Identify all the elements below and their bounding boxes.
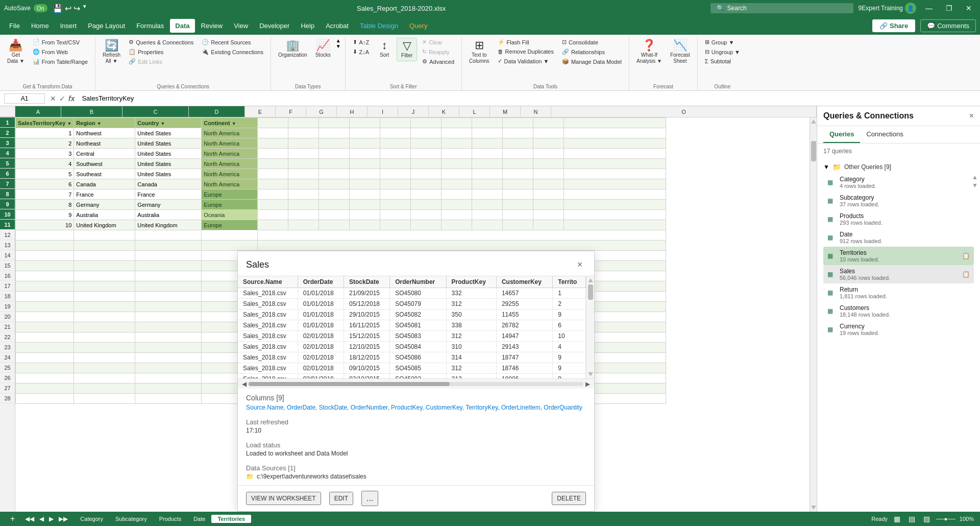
popup-close-button[interactable]: × — [574, 258, 586, 271]
cell-e2[interactable] — [258, 128, 288, 138]
menu-item-view[interactable]: View — [229, 19, 253, 33]
cell-e3[interactable] — [258, 138, 288, 149]
table-row[interactable]: 5 Southeast United States North America — [16, 169, 666, 179]
formula-input[interactable] — [80, 93, 976, 103]
cell-b1[interactable]: Region ▼ — [74, 118, 135, 128]
cell-m1[interactable] — [503, 118, 533, 128]
copy-icon[interactable]: 📋 — [962, 252, 970, 259]
save-icon[interactable]: 💾 — [53, 4, 63, 13]
close-button[interactable]: ✕ — [962, 4, 976, 12]
query-item-products[interactable]: ▦ Products 293 rows loaded. — [823, 210, 974, 228]
restore-button[interactable]: ❐ — [942, 4, 957, 12]
cell-b8[interactable]: France — [74, 189, 135, 200]
cell-b9[interactable]: Germany — [74, 200, 135, 210]
cell-j1[interactable] — [411, 118, 442, 128]
group-button[interactable]: ⊞ Group ▼ — [702, 38, 743, 46]
cell-c10[interactable]: Australia — [135, 210, 202, 220]
manage-data-model-button[interactable]: 📦 Manage Data Model — [559, 57, 625, 66]
cell-o2[interactable] — [564, 128, 666, 138]
ungroup-button[interactable]: ⊟ Ungroup ▼ — [702, 47, 743, 56]
cell-a11[interactable]: 10 — [16, 220, 74, 230]
confirm-icon[interactable]: ✓ — [59, 94, 65, 103]
cell-c3[interactable]: United States — [135, 138, 202, 149]
cell-h1[interactable] — [350, 118, 380, 128]
cell-a7[interactable]: 6 — [16, 179, 74, 189]
cell-a10[interactable]: 9 — [16, 210, 74, 220]
cell-l2[interactable] — [472, 128, 503, 138]
flash-fill-button[interactable]: ⚡ Flash Fill — [495, 38, 557, 46]
properties-button[interactable]: 📋 Properties — [126, 47, 197, 56]
cell-b7[interactable]: Canada — [74, 179, 135, 189]
menu-item-formulas[interactable]: Formulas — [131, 19, 169, 33]
cell-g1[interactable] — [319, 118, 350, 128]
cell-f2[interactable] — [288, 128, 319, 138]
data-validation-button[interactable]: ✓ Data Validation ▼ — [495, 57, 557, 65]
table-row[interactable]: 2 Northeast United States North America — [16, 138, 666, 149]
add-sheet-button[interactable]: + — [6, 514, 19, 523]
panel-scroll-area[interactable]: ▼ 📁 Other Queries [9] ▦ Category 4 rows … — [817, 159, 980, 512]
cell-d11[interactable]: Europe — [202, 220, 258, 230]
cell-m2[interactable] — [503, 128, 533, 138]
cell-b6[interactable]: Southeast — [74, 169, 135, 179]
view-break-icon[interactable]: ▨ — [921, 514, 932, 524]
reject-icon[interactable]: ✕ — [50, 94, 56, 103]
menu-item-table-design[interactable]: Table Design — [355, 19, 403, 33]
scroll-down-icon[interactable]: ▼ — [336, 43, 341, 49]
from-table-range-button[interactable]: 📊 From Table/Range — [30, 57, 91, 66]
table-row[interactable]: SalesTerritoryKey ▼ Region ▼ Country ▼ C… — [16, 118, 666, 128]
cell-c7[interactable]: Canada — [135, 179, 202, 189]
comments-button[interactable]: 💬 Comments — [920, 19, 976, 32]
cell-d9[interactable]: Europe — [202, 200, 258, 210]
cell-d6[interactable]: North America — [202, 169, 258, 179]
menu-item-review[interactable]: Review — [196, 19, 228, 33]
tab-queries[interactable]: Queries — [823, 126, 860, 143]
table-row[interactable]: 3 Central United States North America — [16, 149, 666, 159]
sheet-tab-date[interactable]: Date — [187, 515, 211, 523]
cell-d8[interactable]: Europe — [202, 189, 258, 200]
panel-close-button[interactable]: × — [969, 111, 974, 121]
cell-b11[interactable]: United Kingdom — [74, 220, 135, 230]
menu-item-acrobat[interactable]: Acrobat — [321, 19, 354, 33]
popup-scroll-down[interactable] — [588, 372, 593, 376]
query-item-sales[interactable]: ▦ Sales 56,046 rows loaded. 📋 — [823, 265, 974, 283]
relationships-button[interactable]: 🔗 Relationships — [559, 47, 625, 56]
reapply-button[interactable]: ↻ Reapply — [419, 47, 457, 56]
popup-horizontal-scroll[interactable]: ◀ ▶ — [238, 378, 594, 389]
popup-scroll-up[interactable] — [588, 278, 593, 282]
cell-l1[interactable] — [472, 118, 503, 128]
existing-connections-button[interactable]: 🔌 Existing Connections — [199, 47, 266, 56]
cell-c6[interactable]: United States — [135, 169, 202, 179]
cell-b5[interactable]: Southwest — [74, 159, 135, 169]
table-row[interactable]: 7 France France Europe — [16, 189, 666, 200]
cell-c2[interactable]: United States — [135, 128, 202, 138]
panel-scroll-up-arrow[interactable]: ▲ — [972, 174, 978, 181]
remove-duplicates-button[interactable]: 🗑 Remove Duplicates — [495, 47, 557, 56]
recent-sources-button[interactable]: 🕒 Recent Sources — [199, 38, 266, 46]
menu-item-page-layout[interactable]: Page Layout — [83, 19, 130, 33]
sheet-nav-first[interactable]: ◀◀ — [23, 515, 36, 522]
scroll-left-arrow[interactable]: ◀ — [242, 380, 247, 388]
section-header-other-queries[interactable]: ▼ 📁 Other Queries [9] — [823, 161, 974, 173]
menu-item-developer[interactable]: Developer — [254, 19, 295, 33]
cell-a3[interactable]: 2 — [16, 138, 74, 149]
zoom-slider[interactable]: ──●── — [936, 516, 955, 522]
table-row[interactable]: 4 Southwest United States North America — [16, 159, 666, 169]
what-if-analysis-button[interactable]: ❓ What-IfAnalysis ▼ — [633, 38, 665, 66]
edit-links-button[interactable]: 🔗 Edit Links — [126, 57, 197, 66]
scroll-track[interactable] — [249, 382, 583, 386]
function-icon[interactable]: fx — [68, 94, 75, 103]
scroll-thumb[interactable] — [249, 382, 450, 386]
get-data-button[interactable]: 📥 GetData ▼ — [4, 38, 28, 66]
cell-i2[interactable] — [380, 128, 411, 138]
query-item-category[interactable]: ▦ Category 4 rows loaded. — [823, 173, 974, 192]
cell-d1[interactable]: Continent ▼ — [202, 118, 258, 128]
cell-o1[interactable] — [564, 118, 666, 128]
cell-d3[interactable]: North America — [202, 138, 258, 149]
cell-e1[interactable] — [258, 118, 288, 128]
cell-d2[interactable]: North America — [202, 128, 258, 138]
cell-d5[interactable]: North America — [202, 159, 258, 169]
sort-ascending-button[interactable]: ⬆ A↑Z — [350, 38, 373, 46]
view-in-worksheet-button[interactable]: VIEW IN WORKSHEET — [246, 492, 321, 505]
sort-button[interactable]: ↕ Sort — [374, 38, 395, 60]
cell-b4[interactable]: Central — [74, 149, 135, 159]
